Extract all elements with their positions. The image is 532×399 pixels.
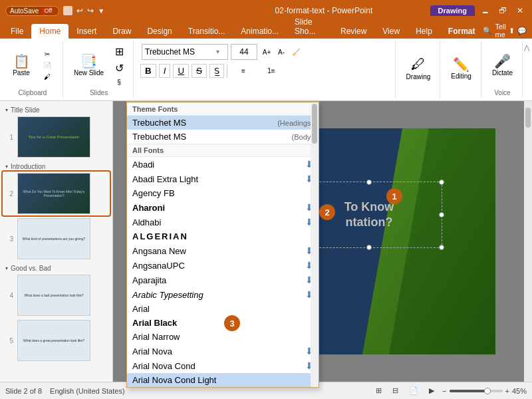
zoom-controls: − + 45% [442, 387, 527, 395]
font-item-arial[interactable]: Arial [127, 302, 319, 316]
zoom-thumb[interactable] [484, 388, 491, 394]
editing-group: ✏️ Editing [442, 41, 481, 98]
dictate-button[interactable]: 🎤 Dictate [488, 45, 517, 85]
zoom-level: 45% [512, 387, 527, 395]
section-arrow-2: ▾ [5, 164, 8, 170]
format-painter-button[interactable]: 🖌 [37, 72, 57, 82]
italic-button[interactable]: I [159, 64, 171, 78]
voice-group: 🎤 Dictate Voice [483, 41, 523, 98]
tab-help[interactable]: Help [408, 24, 440, 39]
redo-icon[interactable]: ↪ [87, 6, 94, 15]
font-item-arial-nova[interactable]: Arial Nova ⬇ [127, 344, 319, 358]
font-item-trebuchet-heading[interactable]: Trebuchet MS (Headings) [127, 116, 319, 130]
font-item-agency-fb[interactable]: Agency FB [127, 186, 319, 200]
clear-format-button[interactable]: 🧹 [289, 47, 303, 57]
font-name-angsana-upc: AngsanaUPC [132, 261, 185, 271]
slide-item-3[interactable]: 3 What kind of presentations are you giv… [3, 217, 110, 261]
font-item-arial-nova-cond[interactable]: Arial Nova Cond ⬇ [127, 358, 319, 373]
new-slide-button[interactable]: 📑 New Slide [70, 45, 108, 85]
tab-view[interactable]: View [374, 24, 408, 39]
section-button[interactable]: § [110, 77, 128, 87]
font-item-angsana-new[interactable]: Angsana New ⬇ [127, 243, 319, 258]
view-normal-button[interactable]: ⊞ [373, 385, 384, 396]
title-bar-left: AutoSave Off ↩ ↪ ▼ [5, 6, 217, 16]
layout-button[interactable]: ⊞ [110, 44, 128, 59]
font-name-arial-nova-cond-light: Arial Nova Cond Light [132, 375, 216, 385]
tab-review[interactable]: Review [332, 24, 374, 39]
zoom-out-button[interactable]: − [442, 387, 446, 395]
copy-button[interactable]: 📄 [37, 61, 57, 70]
undo-icon[interactable]: ↩ [76, 6, 83, 15]
clipboard-label: Clipboard [19, 88, 47, 96]
font-item-abadi-extra-light[interactable]: Abadi Extra Light ⬇ [127, 172, 319, 186]
tell-me-label[interactable]: Tell me [495, 23, 506, 39]
underline-button[interactable]: U [173, 64, 189, 78]
section-label-1: Title Slide [11, 106, 40, 114]
font-item-aharoni[interactable]: Aharoni ⬇ [127, 200, 319, 215]
font-item-abadi[interactable]: Abadi ⬇ [127, 157, 319, 172]
slide-item-5[interactable]: 5 What does a great presentation look li… [3, 319, 110, 362]
font-name-aharoni: Aharoni [132, 203, 165, 213]
font-item-aparajita[interactable]: Aparajita ⬇ [127, 273, 319, 287]
zoom-in-button[interactable]: + [505, 387, 509, 395]
autosave-toggle[interactable]: AutoSave Off [5, 6, 59, 16]
slide-item-4[interactable]: 4 What does a bad presentation look like… [3, 273, 110, 317]
font-item-arabic-typesetting[interactable]: Arabic Typesetting ⬇ [127, 287, 319, 302]
tab-slideshow[interactable]: Slide Sho... [287, 15, 332, 39]
section-label-2: Introduction [11, 163, 45, 170]
minimize-button[interactable]: 🗕 [479, 4, 492, 17]
drawing-button[interactable]: 🖊 Drawing [402, 49, 435, 89]
font-row-2: B I U S S̲ ≡ 1≡ [140, 64, 390, 78]
bold-button[interactable]: B [140, 64, 156, 78]
font-item-angsana-upc[interactable]: AngsanaUPC ⬇ [127, 258, 319, 273]
tab-format[interactable]: Format [440, 24, 483, 39]
tab-design[interactable]: Design [139, 24, 180, 39]
view-slide-sorter-button[interactable]: ⊟ [390, 385, 401, 396]
font-name-dropdown[interactable]: Trebuchet MS ▼ [142, 44, 228, 60]
view-slideshow-button[interactable]: ▶ [426, 385, 437, 396]
tab-home[interactable]: Home [31, 24, 68, 39]
drawing-context-tab[interactable]: Drawing [430, 5, 475, 16]
font-item-arial-black[interactable]: Arial Black [127, 316, 319, 330]
zoom-slider[interactable] [450, 390, 503, 392]
font-increase-button[interactable]: A+ [260, 47, 273, 57]
strikethrough-button[interactable]: S [192, 64, 207, 78]
font-name-agency-fb: Agency FB [132, 188, 175, 198]
drawing-items: 🖊 Drawing [402, 43, 435, 95]
restore-button[interactable]: 🗗 [496, 4, 509, 17]
font-item-trebuchet-body[interactable]: Trebuchet MS (Body) [127, 130, 319, 144]
view-reading-button[interactable]: 📄 [406, 385, 421, 396]
tab-animations[interactable]: Animatio... [233, 24, 287, 39]
numbering-button[interactable]: 1≡ [258, 66, 285, 76]
comments-icon[interactable]: 💬 [517, 27, 527, 35]
close-button[interactable]: ✕ [513, 4, 527, 17]
tab-insert[interactable]: Insert [68, 24, 104, 39]
tab-draw[interactable]: Draw [104, 24, 139, 39]
slide-thumb-1: Tips for a Great Presentation [17, 116, 90, 158]
font-item-arial-nova-cond-light[interactable]: Arial Nova Cond Light [127, 373, 319, 387]
tab-transitions[interactable]: Transitio... [180, 24, 233, 39]
reset-button[interactable]: ↺ [110, 61, 128, 76]
quick-access-more[interactable]: ▼ [98, 7, 104, 15]
font-size-input[interactable]: 44 [231, 44, 257, 60]
font-item-algerian[interactable]: ALGERIAN [127, 229, 319, 243]
font-popup-scrollbar[interactable] [311, 102, 319, 387]
save-icon[interactable] [63, 6, 72, 15]
cut-button[interactable]: ✂ [37, 49, 57, 59]
slide-area-scrollbar[interactable] [524, 101, 532, 382]
slide-item-2[interactable]: 2 What Do You Want To Know After Today's… [3, 172, 110, 215]
paste-button[interactable]: 📋 Paste [8, 45, 35, 85]
font-name-aparajita: Aparajita [132, 275, 166, 285]
search-ribbon-icon[interactable]: 🔍 [483, 27, 492, 35]
tab-file[interactable]: File [3, 24, 31, 39]
share-icon[interactable]: ⬆ [509, 27, 515, 35]
font-decrease-button[interactable]: A- [275, 47, 288, 57]
font-item-aldhabi[interactable]: Aldhabi ⬇ [127, 215, 319, 229]
shadow-button[interactable]: S̲ [209, 64, 224, 78]
font-popup-inner: Theme Fonts Trebuchet MS (Headings) Treb… [127, 102, 319, 387]
bullets-button[interactable]: ≡ [230, 66, 257, 76]
slide-item-1[interactable]: 1 Tips for a Great Presentation [3, 115, 110, 159]
editing-button[interactable]: ✏️ Editing [447, 49, 475, 89]
ribbon: 📋 Paste ✂ 📄 🖌 Clipboard 📑 New Slide ⊞ ↺ … [0, 39, 532, 101]
font-item-arial-narrow[interactable]: Arial Narrow [127, 330, 319, 344]
